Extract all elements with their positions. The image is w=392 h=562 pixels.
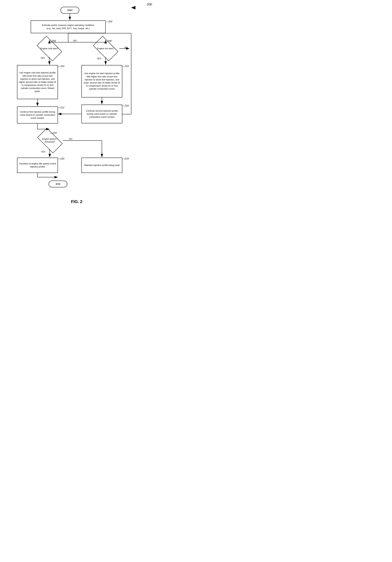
node-218: Engine speed > threshold? <box>37 132 63 149</box>
node-216: Continue second injection profile during… <box>82 105 122 123</box>
callout-204: —204 <box>49 39 56 42</box>
node-219: Maintain injection profile being used <box>82 158 122 173</box>
node-206: Engine hot start? <box>92 40 119 57</box>
svg-text:YES: YES <box>40 57 45 59</box>
node-220: Transition to engine idle speed control … <box>17 158 58 173</box>
node-212: Continue first injection profile during … <box>17 106 58 124</box>
svg-text:NO: NO <box>69 138 72 140</box>
callout-210: —210 <box>58 65 64 68</box>
node-202: Estimate and/or measure engine operating… <box>31 21 106 33</box>
callout-202: —202 <box>106 20 112 23</box>
end-terminal: end <box>48 181 67 187</box>
callout-206: —206 <box>105 39 112 42</box>
callout-216: —216 <box>122 104 129 107</box>
fig-label: FIG. 2 <box>0 199 153 204</box>
callout-220: —220 <box>58 157 64 160</box>
callout-219: —219 <box>122 157 129 160</box>
callout-214: —214 <box>122 65 129 68</box>
callout-218: —218 <box>50 131 57 134</box>
svg-text:NO: NO <box>124 46 128 49</box>
diagram-container: 200 start Estimate and/or measure engine… <box>0 0 153 204</box>
diagram-ref-200: 200 <box>130 5 146 11</box>
node-204: Engine cold start? <box>36 40 63 57</box>
svg-text:YES: YES <box>97 57 101 60</box>
svg-text:YES: YES <box>41 151 45 153</box>
start-terminal: start <box>60 7 79 14</box>
node-214: Use engine hot start injection profile w… <box>82 65 122 97</box>
node-210: Use engine cold start injection profile … <box>17 65 58 99</box>
callout-212: —212 <box>58 106 64 109</box>
svg-text:NO: NO <box>73 39 77 42</box>
